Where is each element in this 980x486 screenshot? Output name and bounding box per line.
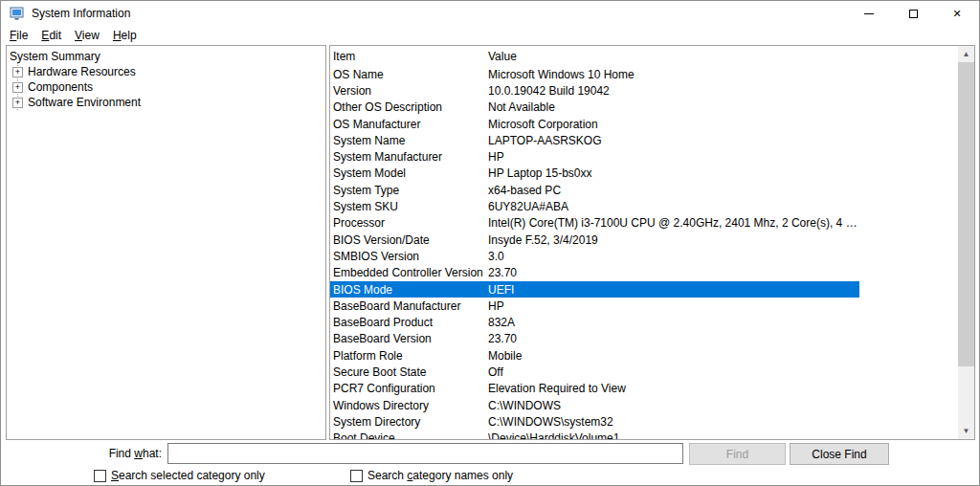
info-value-cell: C:\WINDOWS [486, 399, 859, 412]
find-bar: Find what: Find Close Find [1, 442, 979, 467]
info-item-cell: BIOS Mode [330, 283, 486, 297]
info-value-cell: UEFI [486, 283, 859, 297]
menu-label-rest: elp [122, 29, 137, 42]
info-row[interactable]: System NameLAPTOP-AASRSKOG [330, 132, 859, 148]
menu-access-key: H [113, 29, 122, 42]
info-row[interactable]: BaseBoard Version23.70 [330, 331, 859, 347]
info-item-cell: Boot Device [330, 431, 486, 440]
info-row[interactable]: OS ManufacturerMicrosoft Corporation [330, 116, 859, 132]
vertical-scrollbar[interactable]: ▲ ▼ [958, 46, 974, 439]
info-row[interactable]: System DirectoryC:\WINDOWS\system32 [330, 413, 859, 430]
tree-item-components[interactable]: +Components [7, 79, 325, 95]
info-value-cell: Not Available [486, 100, 859, 114]
info-item-cell: BaseBoard Manufacturer [330, 299, 486, 313]
info-item-cell: Other OS Description [330, 100, 486, 114]
info-item-cell: System Manufacturer [330, 150, 486, 164]
info-row[interactable]: Version10.0.19042 Build 19042 [330, 82, 859, 99]
find-input[interactable] [167, 443, 683, 464]
tree-item-label: System Summary [10, 50, 100, 63]
maximize-button[interactable] [891, 1, 935, 26]
info-item-cell: System Model [330, 166, 486, 180]
menu-view[interactable]: View [68, 27, 106, 44]
tree-item-label: Hardware Resources [28, 65, 136, 78]
close-button[interactable]: ✕ [935, 1, 979, 26]
menu-help[interactable]: Help [106, 27, 144, 44]
tree-item-system-summary[interactable]: System Summary [7, 49, 325, 64]
info-value-cell: Microsoft Corporation [486, 118, 859, 131]
close-find-button[interactable]: Close Find [790, 443, 889, 465]
menu-label-rest: dit [49, 29, 61, 42]
expand-plus-icon[interactable]: + [12, 82, 23, 93]
info-value-cell: LAPTOP-AASRSKOG [486, 134, 859, 147]
info-item-cell: OS Name [330, 68, 486, 81]
close-icon: ✕ [952, 9, 961, 19]
find-what-label: Find what: [93, 447, 162, 460]
find-label-accesskey: w [134, 447, 143, 460]
menu-label-rest: ile [16, 29, 28, 42]
info-row[interactable]: Other OS DescriptionNot Available [330, 99, 859, 116]
info-item-cell: SMBIOS Version [330, 250, 486, 263]
checkbox-icon[interactable] [94, 470, 106, 482]
info-row[interactable]: BaseBoard ManufacturerHP [330, 298, 859, 314]
menu-file[interactable]: File [3, 27, 34, 44]
minimize-button[interactable] [847, 1, 891, 26]
info-row[interactable]: PCR7 ConfigurationElevation Required to … [330, 381, 859, 397]
scroll-up-button[interactable]: ▲ [958, 46, 974, 62]
info-row[interactable]: BaseBoard Product832A [330, 314, 859, 330]
info-value-cell: Intel(R) Core(TM) i3-7100U CPU @ 2.40GHz… [486, 216, 859, 230]
info-row[interactable]: Boot Device\Device\HarddiskVolume1 [330, 431, 859, 440]
search-selected-category-checkbox[interactable]: Search selected category only [94, 469, 265, 482]
cb1-post: earch selected category only [119, 469, 265, 482]
tree-item-software-environment[interactable]: +Software Environment [7, 95, 325, 110]
checkbox-label: Search category names only [368, 469, 513, 482]
info-value-cell: Microsoft Windows 10 Home [486, 68, 859, 81]
info-row[interactable]: Embedded Controller Version23.70 [330, 265, 859, 281]
scroll-down-button[interactable]: ▼ [958, 423, 974, 439]
info-row[interactable]: OS NameMicrosoft Windows 10 Home [330, 66, 859, 82]
window-title: System Information [32, 7, 130, 20]
scroll-down-icon: ▼ [963, 427, 970, 435]
column-header-value[interactable]: Value [486, 50, 859, 63]
info-list-panel: Item Value OS NameMicrosoft Windows 10 H… [329, 45, 975, 440]
info-row[interactable]: BIOS ModeUEFI [330, 281, 859, 298]
info-value-cell: 23.70 [486, 266, 859, 279]
info-row[interactable]: BIOS Version/DateInsyde F.52, 3/4/2019 [330, 232, 859, 248]
info-row[interactable]: System ManufacturerHP [330, 148, 859, 165]
scrollbar-thumb[interactable] [958, 62, 974, 366]
info-row[interactable]: Secure Boot StateOff [330, 364, 859, 380]
info-value-cell: Off [486, 365, 859, 379]
find-label-pre: Find [109, 447, 135, 460]
expand-plus-icon[interactable]: + [12, 67, 23, 77]
info-row[interactable]: System ModelHP Laptop 15-bs0xx [330, 166, 859, 182]
info-value-cell: 6UY82UA#ABA [486, 200, 859, 213]
info-row[interactable]: SMBIOS Version3.0 [330, 248, 859, 264]
menu-edit[interactable]: Edit [34, 27, 68, 44]
info-item-cell: BaseBoard Product [330, 316, 486, 329]
expand-plus-icon[interactable]: + [12, 98, 23, 108]
info-row[interactable]: Platform RoleMobile [330, 347, 859, 364]
info-row[interactable]: ProcessorIntel(R) Core(TM) i3-7100U CPU … [330, 215, 859, 232]
info-value-cell: \Device\HarddiskVolume1 [486, 431, 859, 440]
cb2-post: ategory names only [412, 469, 513, 482]
list-header: Item Value [330, 46, 974, 66]
info-value-cell: 3.0 [486, 250, 859, 263]
info-row[interactable]: System Typex64-based PC [330, 182, 859, 198]
scroll-up-icon: ▲ [963, 50, 970, 58]
info-item-cell: System Type [330, 184, 486, 197]
tree-item-label: Components [28, 80, 93, 94]
info-value-cell: 23.70 [486, 332, 859, 345]
checkbox-icon[interactable] [350, 470, 363, 482]
info-value-cell: Elevation Required to View [486, 382, 859, 395]
column-header-item[interactable]: Item [330, 50, 486, 63]
info-row[interactable]: Windows DirectoryC:\WINDOWS [330, 397, 859, 413]
info-value-cell: HP [486, 150, 859, 164]
window-controls: ✕ [847, 1, 979, 26]
category-tree: System Summary+Hardware Resources+Compon… [7, 49, 325, 110]
info-item-cell: Platform Role [330, 349, 486, 363]
info-item-cell: Processor [330, 216, 486, 230]
tree-item-hardware-resources[interactable]: +Hardware Resources [7, 64, 325, 79]
info-row[interactable]: System SKU6UY82UA#ABA [330, 198, 859, 214]
search-category-names-checkbox[interactable]: Search category names only [350, 469, 513, 482]
find-button[interactable]: Find [689, 443, 786, 465]
info-item-cell: Version [330, 84, 486, 98]
